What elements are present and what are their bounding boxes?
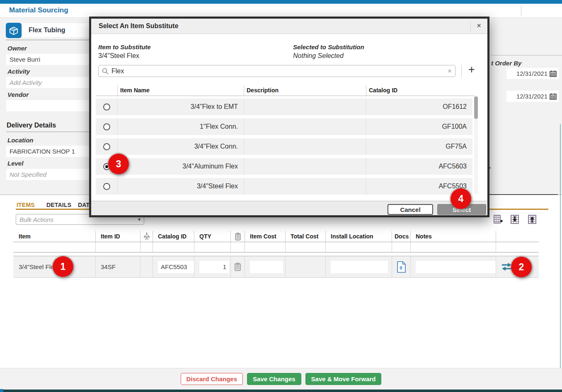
catalog-id-input[interactable]	[158, 261, 194, 273]
filter-qty[interactable]	[194, 242, 230, 252]
record-title: Flex Tubing	[29, 26, 65, 34]
item-name-text: 3/4"Steel Flex	[19, 263, 57, 270]
owner-field[interactable]: Steve Burri	[6, 54, 90, 65]
substitute-row[interactable]: 3/4"Flex Conn. GF75A	[96, 138, 472, 155]
modal-titlebar: Select An Item Substitute ×	[91, 19, 487, 34]
activity-label: Activity	[7, 68, 30, 75]
save-move-forward-button[interactable]: Save & Move Forward	[305, 373, 382, 385]
col-notes[interactable]: Notes	[410, 231, 496, 242]
activity-field[interactable]: Add Activity	[6, 77, 90, 88]
substitute-description	[244, 118, 366, 135]
tab-items[interactable]: ITEMS	[17, 202, 35, 208]
substitute-catalog-id: AFC5603	[438, 163, 467, 170]
selected-to-substitution-value: Nothing Selected	[293, 52, 344, 60]
radio-button[interactable]	[103, 143, 110, 150]
col-item-cost[interactable]: Item Cost	[245, 231, 285, 242]
level-field[interactable]: Not Specified	[6, 169, 90, 180]
nav-title[interactable]: Material Sourcing	[9, 6, 68, 14]
modal-scrollbar-thumb[interactable]	[474, 96, 478, 119]
col-clipboard	[230, 231, 245, 242]
search-input-value[interactable]: Flex	[111, 67, 445, 75]
discard-changes-button[interactable]: Discard Changes	[181, 373, 243, 385]
activity-placeholder: Add Activity	[10, 79, 42, 86]
header-divider	[521, 5, 521, 16]
radio-button[interactable]	[103, 183, 110, 190]
filter-item[interactable]	[13, 242, 95, 252]
record-divider	[6, 40, 90, 40]
substitute-swap-icon[interactable]	[501, 262, 512, 272]
filter-docs	[392, 242, 410, 252]
item-to-substitute-value: 3/4"Steel Flex	[98, 52, 139, 60]
location-field[interactable]: FABRICATION SHOP 1	[6, 146, 90, 157]
save-changes-button[interactable]: Save Changes	[247, 373, 301, 385]
filter-item-id[interactable]	[95, 242, 140, 252]
table-add-row-icon[interactable]	[493, 214, 503, 224]
filter-install-location[interactable]	[325, 242, 392, 252]
col-catalog-id[interactable]: Catalog ID	[366, 85, 472, 96]
clear-icon[interactable]: ×	[448, 67, 452, 75]
install-location-input[interactable]	[331, 261, 388, 273]
notes-input[interactable]	[416, 261, 496, 273]
substitute-row[interactable]: 1"Flex Conn. GF100A	[96, 118, 472, 135]
qty-input[interactable]	[199, 261, 229, 273]
calendar-icon[interactable]	[550, 70, 557, 77]
col-item[interactable]: Item	[13, 231, 95, 242]
table-import-icon[interactable]	[510, 214, 520, 224]
col-item-id[interactable]: Item ID	[95, 231, 140, 242]
close-icon[interactable]: ×	[477, 21, 481, 30]
radio-button[interactable]	[103, 103, 110, 111]
substitute-header-underline	[96, 96, 475, 96]
package-icon	[6, 23, 22, 38]
location-label: Location	[7, 137, 34, 144]
col-radio	[96, 85, 117, 96]
cell-qty	[194, 256, 230, 277]
vendor-field[interactable]	[6, 100, 90, 111]
add-item-icon[interactable]: +	[466, 63, 477, 76]
tab-details[interactable]: DETAILS	[46, 202, 71, 208]
order-by-date-field[interactable]: 12/31/2021	[506, 68, 559, 79]
substitute-description	[244, 138, 366, 155]
filter-item-cost[interactable]	[245, 242, 285, 252]
bulk-actions-placeholder: Bulk Actions	[19, 216, 53, 223]
filter-total-cost[interactable]	[285, 242, 325, 252]
col-model	[140, 231, 153, 242]
filter-catalog-id[interactable]	[153, 242, 194, 252]
level-placeholder: Not Specified	[10, 171, 46, 178]
secondary-date-field[interactable]: 12/31/2021	[506, 91, 559, 102]
col-docs[interactable]: Docs	[392, 231, 410, 242]
right-scroll-edge	[560, 124, 561, 390]
secondary-date-value: 12/31/2021	[516, 93, 547, 100]
col-description[interactable]: Description	[244, 85, 366, 96]
filter-notes[interactable]	[410, 242, 496, 252]
cell-install-location	[325, 256, 392, 277]
modal-title: Select An Item Substitute	[99, 22, 178, 30]
col-qty[interactable]: QTY	[194, 231, 230, 242]
table-export-icon[interactable]	[527, 214, 537, 224]
filter-model	[140, 242, 153, 252]
cell-item-cost	[245, 256, 285, 277]
col-total-cost[interactable]: Total Cost	[285, 231, 325, 242]
col-catalog-id[interactable]: Catalog ID	[153, 231, 194, 242]
selected-to-substitution-label: Selected to Substitution	[293, 43, 364, 51]
document-count-icon[interactable]: 0	[397, 261, 406, 273]
substitute-row-selected[interactable]: 3/4"Aluminum Flex AFC5603	[96, 158, 472, 175]
model-icon	[143, 233, 150, 240]
substitute-catalog-id: GF100A	[442, 123, 467, 130]
modal-title-divider	[470, 22, 471, 31]
clipboard-icon[interactable]	[235, 262, 241, 271]
col-item-name[interactable]: Item Name	[117, 85, 244, 96]
cancel-button[interactable]: Cancel	[388, 204, 433, 215]
cell-clipboard	[230, 256, 245, 277]
substitute-search-box[interactable]: Flex ×	[98, 65, 455, 77]
calendar-icon[interactable]	[550, 93, 557, 100]
radio-button[interactable]	[103, 123, 110, 130]
item-cost-input[interactable]	[250, 261, 283, 273]
chevron-down-icon: ▾	[138, 216, 140, 222]
col-install-location[interactable]: Install Location	[325, 231, 392, 242]
substitute-row[interactable]: 3/4"Steel Flex AFC5503	[96, 178, 472, 195]
items-table-header: Item Item ID Catalog ID QTY Item Cost To…	[13, 231, 539, 242]
substitute-row[interactable]: 3/4"Flex to EMT OF1612	[96, 99, 472, 115]
record-title-field[interactable]: Flex Tubing	[23, 23, 90, 37]
substitute-catalog-id: GF75A	[446, 143, 467, 150]
modal-scrollbar[interactable]	[474, 96, 478, 194]
